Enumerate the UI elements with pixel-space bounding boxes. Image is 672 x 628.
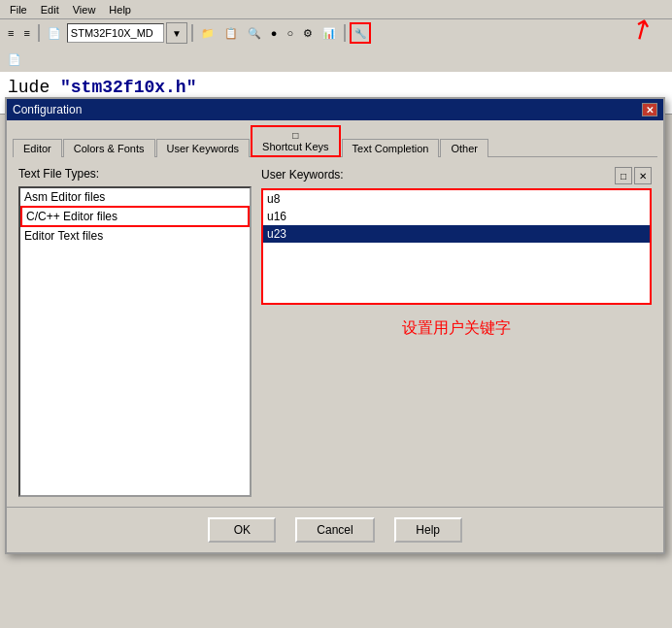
- tab-other[interactable]: Other: [440, 139, 488, 157]
- list-item-asm[interactable]: Asm Editor files: [20, 188, 250, 206]
- panel-header-icons: □ ✕: [615, 167, 652, 184]
- wrench-btn[interactable]: 🔧: [350, 22, 371, 44]
- code-text-include: lude: [8, 78, 60, 97]
- file-types-listbox[interactable]: Asm Editor files C/C++ Editor files Edit…: [18, 186, 252, 497]
- delete-keyword-btn[interactable]: ✕: [634, 167, 652, 184]
- user-keywords-listbox[interactable]: u8 u16 u23: [261, 188, 652, 305]
- cancel-button[interactable]: Cancel: [295, 517, 374, 543]
- tab-user-keywords[interactable]: User Keywords: [156, 139, 251, 157]
- toolbar-sep-3: [344, 24, 346, 42]
- menu-file[interactable]: File: [4, 3, 33, 17]
- dialog-close-btn[interactable]: ✕: [642, 103, 657, 116]
- toolbar-sep-2: [191, 24, 193, 42]
- dialog-buttons: OK Cancel Help: [7, 507, 663, 552]
- toolbar-btn-4[interactable]: ○: [284, 25, 298, 41]
- menu-bar: File Edit View Help: [0, 0, 672, 19]
- left-panel-label: Text File Types:: [18, 167, 252, 181]
- tab-shortcut-keys[interactable]: □ Shortcut Keys: [251, 125, 340, 157]
- toolbar-align-left[interactable]: ≡: [4, 25, 17, 41]
- toolbar-btn-6[interactable]: 📊: [319, 25, 340, 42]
- menu-help[interactable]: Help: [103, 3, 137, 17]
- toolbar-align-right[interactable]: ≡: [19, 25, 33, 41]
- right-panel: User Keywords: □ ✕ u8 u16 u23: [261, 167, 652, 497]
- menu-view[interactable]: View: [67, 3, 102, 17]
- code-text-string: "stm32f10x.h": [60, 78, 196, 97]
- toolbar-file-icon[interactable]: 📄: [44, 25, 65, 42]
- tab-editor[interactable]: Editor: [13, 139, 62, 157]
- toolbar-stm-area: ▼: [67, 22, 187, 44]
- toolbar-btn-5[interactable]: ⚙: [299, 25, 317, 42]
- help-button[interactable]: Help: [394, 517, 462, 543]
- right-panel-header: User Keywords: □ ✕: [261, 167, 652, 184]
- stm-input[interactable]: [67, 23, 164, 43]
- tabs-row: Editor Colors & Fonts User Keywords □ Sh…: [7, 120, 663, 156]
- dialog-titlebar: Configuration ✕: [7, 99, 663, 120]
- dropdown-btn[interactable]: ▼: [166, 22, 187, 44]
- menu-edit[interactable]: Edit: [35, 3, 65, 17]
- keyword-u16[interactable]: u16: [263, 208, 650, 225]
- toolbar-row2-btn1[interactable]: 📄: [4, 51, 25, 68]
- toolbar-row-2: 📄: [0, 47, 672, 72]
- annotation-text: 设置用户关键字: [261, 318, 652, 339]
- configuration-dialog: Configuration ✕ Editor Colors & Fonts Us…: [5, 97, 665, 554]
- dialog-content: Text File Types: Asm Editor files C/C++ …: [7, 157, 663, 507]
- right-panel-label: User Keywords:: [261, 168, 344, 182]
- two-panel: Text File Types: Asm Editor files C/C++ …: [18, 167, 652, 497]
- list-item-editor-text[interactable]: Editor Text files: [20, 227, 250, 245]
- tab-colors-fonts[interactable]: Colors & Fonts: [63, 139, 155, 157]
- new-keyword-btn[interactable]: □: [615, 167, 632, 184]
- toolbar-btn-3[interactable]: ●: [267, 25, 282, 41]
- keyword-u8[interactable]: u8: [263, 190, 650, 208]
- toolbar-row-1: ≡ ≡ 📄 ▼ 📁 📋 🔍 ● ○ ⚙ 📊 🔧 ↗: [0, 19, 672, 47]
- toolbar-search-btn[interactable]: 🔍: [244, 25, 265, 42]
- toolbar-btn-2[interactable]: 📋: [220, 25, 242, 42]
- ok-button[interactable]: OK: [208, 517, 276, 543]
- keyword-u23[interactable]: u23: [263, 225, 650, 243]
- dialog-title: Configuration: [13, 103, 82, 116]
- list-item-cpp[interactable]: C/C++ Editor files: [20, 206, 250, 227]
- toolbar-sep-1: [38, 24, 40, 42]
- toolbar-btn-1[interactable]: 📁: [197, 25, 218, 42]
- left-panel: Text File Types: Asm Editor files C/C++ …: [18, 167, 252, 497]
- tab-text-completion[interactable]: Text Completion: [342, 139, 440, 157]
